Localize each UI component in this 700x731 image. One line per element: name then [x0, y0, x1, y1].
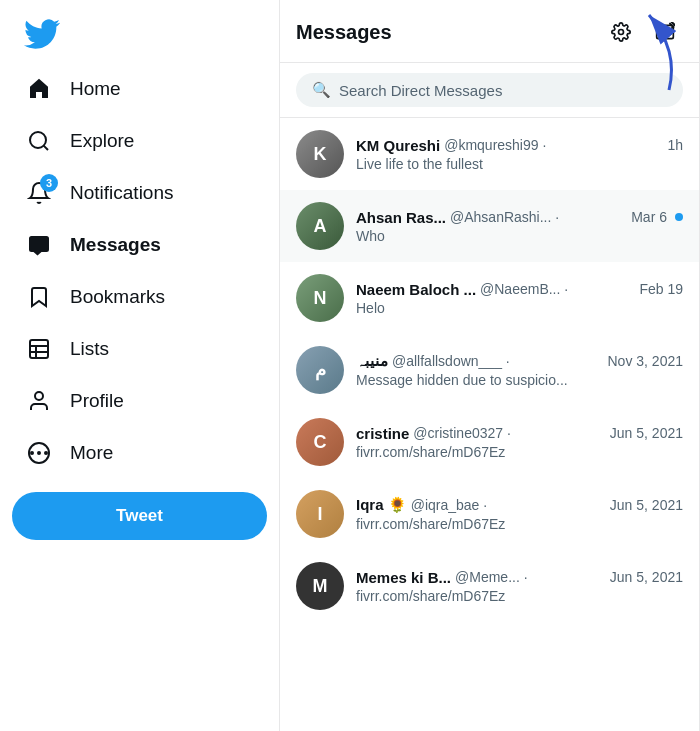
message-handle: @iqra_bae ·	[411, 497, 487, 513]
message-handle: @AhsanRashi... ·	[450, 209, 559, 225]
page-title: Messages	[296, 21, 392, 44]
notifications-label: Notifications	[70, 182, 174, 204]
message-meta: Memes ki B... @Meme... · Jun 5, 2021	[356, 569, 683, 586]
tweet-button[interactable]: Tweet	[12, 492, 267, 540]
message-handle: @NaeemB... ·	[480, 281, 568, 297]
svg-line-1	[44, 146, 48, 150]
message-name: Naeem Baloch ...	[356, 281, 476, 298]
message-content: Naeem Baloch ... @NaeemB... · Feb 19Helo	[356, 281, 683, 316]
avatar: N	[296, 274, 344, 322]
message-meta: KM Qureshi @kmqureshi99 · 1h	[356, 137, 683, 154]
message-item[interactable]: Ccristine @cristine0327 · Jun 5, 2021fiv…	[280, 406, 699, 478]
sidebar-item-notifications[interactable]: 3Notifications	[12, 168, 267, 218]
sidebar-item-home[interactable]: Home	[12, 64, 267, 114]
message-handle: @Meme... ·	[455, 569, 528, 585]
message-preview: Live life to the fullest	[356, 156, 683, 172]
avatar: M	[296, 562, 344, 610]
avatar: م	[296, 346, 344, 394]
message-meta: Iqra 🌻 @iqra_bae · Jun 5, 2021	[356, 496, 683, 514]
sidebar-item-more[interactable]: More	[12, 428, 267, 478]
bookmarks-label: Bookmarks	[70, 286, 165, 308]
message-content: Memes ki B... @Meme... · Jun 5, 2021fivr…	[356, 569, 683, 604]
main-panel: Messages	[280, 0, 700, 731]
message-meta: منیبہ @allfallsdown___ · Nov 3, 2021	[356, 352, 683, 370]
sidebar: HomeExplore3NotificationsMessagesBookmar…	[0, 0, 280, 731]
svg-point-7	[38, 452, 40, 454]
message-preview: Message hidden due to suspicio...	[356, 372, 683, 388]
profile-icon	[24, 386, 54, 416]
message-meta: cristine @cristine0327 · Jun 5, 2021	[356, 425, 683, 442]
message-content: cristine @cristine0327 · Jun 5, 2021fivr…	[356, 425, 683, 460]
explore-icon	[24, 126, 54, 156]
lists-icon	[24, 334, 54, 364]
svg-point-9	[31, 452, 33, 454]
message-item[interactable]: ممنیبہ @allfallsdown___ · Nov 3, 2021Mes…	[280, 334, 699, 406]
messages-icon	[24, 230, 54, 260]
message-item[interactable]: IIqra 🌻 @iqra_bae · Jun 5, 2021fivrr.com…	[280, 478, 699, 550]
svg-point-0	[30, 132, 46, 148]
svg-rect-2	[30, 340, 48, 358]
lists-label: Lists	[70, 338, 109, 360]
message-handle: @kmqureshi99 ·	[444, 137, 546, 153]
more-icon	[24, 438, 54, 468]
message-handle: @cristine0327 ·	[413, 425, 510, 441]
message-content: Ahsan Ras... @AhsanRashi... · Mar 6Who	[356, 209, 683, 244]
message-preview: Helo	[356, 300, 683, 316]
message-time: Jun 5, 2021	[610, 569, 683, 585]
avatar: K	[296, 130, 344, 178]
twitter-logo	[12, 8, 267, 60]
message-content: KM Qureshi @kmqureshi99 · 1hLive life to…	[356, 137, 683, 172]
message-name: cristine	[356, 425, 409, 442]
svg-point-6	[35, 392, 43, 400]
message-time: Jun 5, 2021	[610, 497, 683, 513]
message-time: Mar 6	[631, 209, 667, 225]
message-content: Iqra 🌻 @iqra_bae · Jun 5, 2021fivrr.com/…	[356, 496, 683, 532]
message-item[interactable]: MMemes ki B... @Meme... · Jun 5, 2021fiv…	[280, 550, 699, 622]
avatar: A	[296, 202, 344, 250]
message-time: Feb 19	[639, 281, 683, 297]
sidebar-item-bookmarks[interactable]: Bookmarks	[12, 272, 267, 322]
main-header: Messages	[280, 0, 699, 63]
message-name: Memes ki B...	[356, 569, 451, 586]
message-preview: Who	[356, 228, 683, 244]
search-icon: 🔍	[312, 81, 331, 99]
svg-point-11	[619, 30, 624, 35]
avatar: C	[296, 418, 344, 466]
header-icons	[603, 14, 683, 50]
message-time: 1h	[667, 137, 683, 153]
message-meta: Naeem Baloch ... @NaeemB... · Feb 19	[356, 281, 683, 298]
sidebar-item-profile[interactable]: Profile	[12, 376, 267, 426]
sidebar-item-explore[interactable]: Explore	[12, 116, 267, 166]
notifications-icon: 3	[24, 178, 54, 208]
search-bar: 🔍 Search Direct Messages	[280, 63, 699, 118]
explore-label: Explore	[70, 130, 134, 152]
unread-dot	[675, 213, 683, 221]
compose-button[interactable]	[647, 14, 683, 50]
more-label: More	[70, 442, 113, 464]
message-item[interactable]: NNaeem Baloch ... @NaeemB... · Feb 19Hel…	[280, 262, 699, 334]
sidebar-item-lists[interactable]: Lists	[12, 324, 267, 374]
message-content: منیبہ @allfallsdown___ · Nov 3, 2021Mess…	[356, 352, 683, 388]
avatar: I	[296, 490, 344, 538]
message-name: KM Qureshi	[356, 137, 440, 154]
search-placeholder: Search Direct Messages	[339, 82, 502, 99]
message-time: Nov 3, 2021	[608, 353, 684, 369]
message-item[interactable]: AAhsan Ras... @AhsanRashi... · Mar 6Who	[280, 190, 699, 262]
bookmarks-icon	[24, 282, 54, 312]
search-input-wrapper[interactable]: 🔍 Search Direct Messages	[296, 73, 683, 107]
messages-label: Messages	[70, 234, 161, 256]
message-item[interactable]: KKM Qureshi @kmqureshi99 · 1hLive life t…	[280, 118, 699, 190]
home-icon	[24, 74, 54, 104]
message-meta: Ahsan Ras... @AhsanRashi... · Mar 6	[356, 209, 683, 226]
message-preview: fivrr.com/share/mD67Ez	[356, 516, 683, 532]
profile-label: Profile	[70, 390, 124, 412]
message-name: منیبہ	[356, 352, 388, 370]
settings-button[interactable]	[603, 14, 639, 50]
message-handle: @allfallsdown___ ·	[392, 353, 510, 369]
home-label: Home	[70, 78, 121, 100]
messages-list: KKM Qureshi @kmqureshi99 · 1hLive life t…	[280, 118, 699, 731]
sidebar-item-messages[interactable]: Messages	[12, 220, 267, 270]
message-name: Iqra 🌻	[356, 496, 407, 514]
message-name: Ahsan Ras...	[356, 209, 446, 226]
svg-point-8	[45, 452, 47, 454]
